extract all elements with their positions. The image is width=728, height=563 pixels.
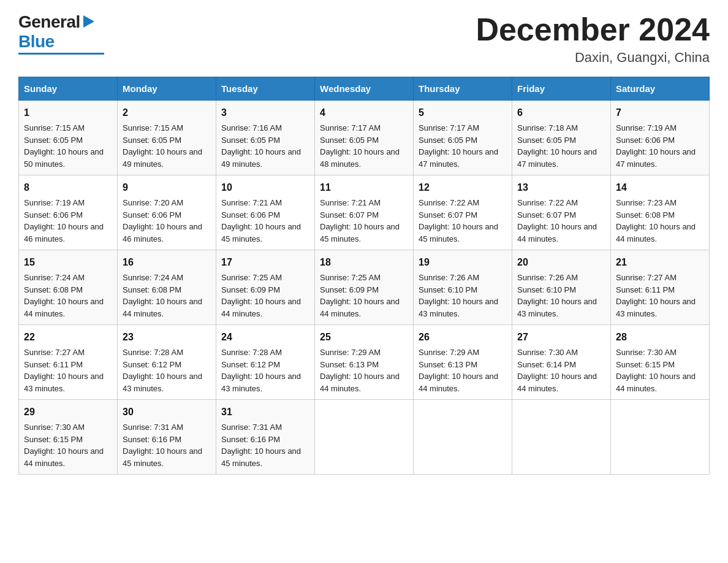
weekday-header-sunday: Sunday [19,77,118,101]
day-info: Sunrise: 7:20 AMSunset: 6:06 PMDaylight:… [123,198,202,243]
svg-marker-0 [83,15,94,28]
logo-general-text: General [18,12,80,32]
day-number: 18 [320,255,408,270]
day-number: 28 [616,330,704,345]
day-info: Sunrise: 7:26 AMSunset: 6:10 PMDaylight:… [517,273,597,318]
day-number: 1 [24,105,112,120]
calendar-cell: 16Sunrise: 7:24 AMSunset: 6:08 PMDayligh… [118,250,216,325]
calendar-cell: 18Sunrise: 7:25 AMSunset: 6:09 PMDayligh… [315,250,414,325]
calendar-cell: 21Sunrise: 7:27 AMSunset: 6:11 PMDayligh… [611,250,710,325]
day-number: 6 [517,105,605,120]
calendar-cell: 30Sunrise: 7:31 AMSunset: 6:16 PMDayligh… [118,400,216,475]
calendar-cell [414,400,512,475]
day-number: 27 [517,330,605,345]
calendar-cell: 29Sunrise: 7:30 AMSunset: 6:15 PMDayligh… [19,400,118,475]
calendar-cell: 19Sunrise: 7:26 AMSunset: 6:10 PMDayligh… [414,250,512,325]
calendar-cell: 1Sunrise: 7:15 AMSunset: 6:05 PMDaylight… [19,101,118,175]
calendar-cell: 26Sunrise: 7:29 AMSunset: 6:13 PMDayligh… [414,325,512,400]
calendar-cell [611,400,710,475]
day-info: Sunrise: 7:18 AMSunset: 6:05 PMDaylight:… [517,123,597,169]
weekday-header-wednesday: Wednesday [315,77,414,101]
calendar-cell: 9Sunrise: 7:20 AMSunset: 6:06 PMDaylight… [118,175,216,250]
calendar-cell: 11Sunrise: 7:21 AMSunset: 6:07 PMDayligh… [315,175,414,250]
day-number: 16 [123,255,211,270]
calendar-cell: 6Sunrise: 7:18 AMSunset: 6:05 PMDaylight… [512,101,611,175]
calendar-cell: 7Sunrise: 7:19 AMSunset: 6:06 PMDaylight… [611,101,710,175]
day-number: 5 [419,105,507,120]
day-info: Sunrise: 7:26 AMSunset: 6:10 PMDaylight:… [419,273,498,318]
day-number: 20 [517,255,605,270]
day-number: 2 [123,105,211,120]
day-number: 19 [419,255,507,270]
day-number: 21 [616,255,704,270]
day-number: 17 [221,255,309,270]
day-number: 24 [221,330,309,345]
day-info: Sunrise: 7:29 AMSunset: 6:13 PMDaylight:… [419,348,498,393]
day-number: 7 [616,105,704,120]
logo-underline [18,53,104,55]
day-number: 23 [123,330,211,345]
day-info: Sunrise: 7:15 AMSunset: 6:05 PMDaylight:… [24,123,104,169]
calendar-cell: 24Sunrise: 7:28 AMSunset: 6:12 PMDayligh… [216,325,315,400]
day-info: Sunrise: 7:27 AMSunset: 6:11 PMDaylight:… [24,348,104,393]
logo-blue-text: Blue [18,32,55,51]
title-area: December 2024 Daxin, Guangxi, China [476,12,710,66]
day-info: Sunrise: 7:31 AMSunset: 6:16 PMDaylight:… [123,423,202,468]
calendar-cell: 5Sunrise: 7:17 AMSunset: 6:05 PMDaylight… [414,101,512,175]
day-info: Sunrise: 7:19 AMSunset: 6:06 PMDaylight:… [24,198,104,243]
day-number: 10 [221,180,309,195]
day-info: Sunrise: 7:19 AMSunset: 6:06 PMDaylight:… [616,123,696,169]
day-number: 3 [221,105,309,120]
day-info: Sunrise: 7:31 AMSunset: 6:16 PMDaylight:… [221,423,301,468]
calendar-cell: 3Sunrise: 7:16 AMSunset: 6:05 PMDaylight… [216,101,315,175]
day-number: 15 [24,255,112,270]
calendar-cell: 15Sunrise: 7:24 AMSunset: 6:08 PMDayligh… [19,250,118,325]
calendar-cell: 27Sunrise: 7:30 AMSunset: 6:14 PMDayligh… [512,325,611,400]
weekday-header-saturday: Saturday [611,77,710,101]
calendar-cell: 28Sunrise: 7:30 AMSunset: 6:15 PMDayligh… [611,325,710,400]
day-info: Sunrise: 7:22 AMSunset: 6:07 PMDaylight:… [419,198,498,243]
day-number: 26 [419,330,507,345]
calendar-cell: 10Sunrise: 7:21 AMSunset: 6:06 PMDayligh… [216,175,315,250]
day-info: Sunrise: 7:30 AMSunset: 6:14 PMDaylight:… [517,348,597,393]
calendar-cell [315,400,414,475]
day-number: 9 [123,180,211,195]
day-info: Sunrise: 7:30 AMSunset: 6:15 PMDaylight:… [24,423,104,468]
weekday-header-monday: Monday [118,77,216,101]
day-number: 4 [320,105,408,120]
day-number: 12 [419,180,507,195]
page-subtitle: Daxin, Guangxi, China [476,50,710,66]
day-number: 30 [123,405,211,419]
day-info: Sunrise: 7:17 AMSunset: 6:05 PMDaylight:… [320,123,400,169]
calendar-cell: 12Sunrise: 7:22 AMSunset: 6:07 PMDayligh… [414,175,512,250]
day-number: 31 [221,405,309,419]
day-info: Sunrise: 7:28 AMSunset: 6:12 PMDaylight:… [123,348,202,393]
day-info: Sunrise: 7:29 AMSunset: 6:13 PMDaylight:… [320,348,400,393]
calendar-week-row: 1Sunrise: 7:15 AMSunset: 6:05 PMDaylight… [19,101,710,175]
logo: General Blue [18,12,104,55]
calendar-table: SundayMondayTuesdayWednesdayThursdayFrid… [18,77,710,475]
day-info: Sunrise: 7:17 AMSunset: 6:05 PMDaylight:… [419,123,498,169]
calendar-week-row: 29Sunrise: 7:30 AMSunset: 6:15 PMDayligh… [19,400,710,475]
calendar-cell: 4Sunrise: 7:17 AMSunset: 6:05 PMDaylight… [315,101,414,175]
calendar-week-row: 22Sunrise: 7:27 AMSunset: 6:11 PMDayligh… [19,325,710,400]
calendar-header-row: SundayMondayTuesdayWednesdayThursdayFrid… [19,77,710,101]
calendar-cell [512,400,611,475]
weekday-header-friday: Friday [512,77,611,101]
day-number: 11 [320,180,408,195]
day-info: Sunrise: 7:25 AMSunset: 6:09 PMDaylight:… [221,273,301,318]
weekday-header-thursday: Thursday [414,77,512,101]
day-info: Sunrise: 7:27 AMSunset: 6:11 PMDaylight:… [616,273,696,318]
calendar-week-row: 15Sunrise: 7:24 AMSunset: 6:08 PMDayligh… [19,250,710,325]
calendar-week-row: 8Sunrise: 7:19 AMSunset: 6:06 PMDaylight… [19,175,710,250]
page-header: General Blue December 2024 Daxin, Guangx… [18,12,710,66]
day-info: Sunrise: 7:15 AMSunset: 6:05 PMDaylight:… [123,123,202,169]
day-info: Sunrise: 7:25 AMSunset: 6:09 PMDaylight:… [320,273,400,318]
calendar-cell: 31Sunrise: 7:31 AMSunset: 6:16 PMDayligh… [216,400,315,475]
day-info: Sunrise: 7:21 AMSunset: 6:07 PMDaylight:… [320,198,400,243]
calendar-cell: 17Sunrise: 7:25 AMSunset: 6:09 PMDayligh… [216,250,315,325]
day-number: 29 [24,405,112,419]
day-info: Sunrise: 7:28 AMSunset: 6:12 PMDaylight:… [221,348,301,393]
calendar-cell: 22Sunrise: 7:27 AMSunset: 6:11 PMDayligh… [19,325,118,400]
page-title: December 2024 [476,12,710,47]
